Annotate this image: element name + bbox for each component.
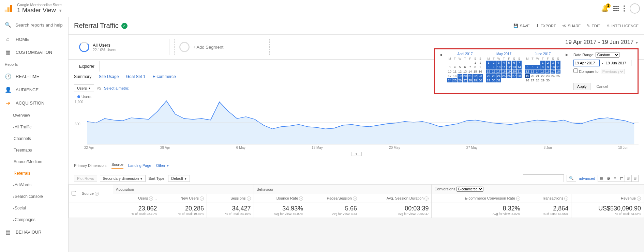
metric-selector[interactable]: Users ▼	[74, 84, 94, 92]
sort-type-select[interactable]: Default ▼	[168, 175, 190, 182]
col-new-users[interactable]: New Users?	[160, 194, 207, 203]
view-selector[interactable]: 1 Master View ▼	[17, 7, 601, 14]
account-name: Google Merchandise Store	[17, 3, 601, 7]
dim-source[interactable]: Source	[111, 162, 123, 169]
nav-channels[interactable]: Channels	[0, 133, 68, 144]
vs-label: VS	[97, 86, 101, 90]
pencil-icon: ✎	[587, 23, 590, 28]
line-chart[interactable]	[74, 100, 639, 144]
col-rev[interactable]: Revenue?	[571, 194, 644, 203]
svg-rect-0	[10, 5, 12, 12]
chevron-down-icon: ▼	[635, 41, 639, 45]
col-users[interactable]: Users? ↓	[113, 194, 160, 203]
calendar-month-label: May 2017	[486, 52, 522, 56]
view-cloud-icon[interactable]: ⊟	[631, 175, 639, 182]
edit-button[interactable]: ✎EDIT	[587, 23, 600, 28]
col-pps[interactable]: Pages/Session?	[306, 194, 360, 203]
tab-explorer[interactable]: Explorer	[74, 61, 100, 72]
share-icon: ≪	[562, 23, 566, 28]
nav-customisation[interactable]: ▦CUSTOMISATION	[0, 46, 68, 59]
date-range-display[interactable]: 19 Apr 2017 - 19 Jun 2017 ▼	[565, 39, 639, 46]
apps-icon[interactable]	[613, 6, 619, 11]
apply-button[interactable]: Apply	[573, 83, 590, 90]
intelligence-icon: ⚛	[606, 23, 610, 28]
date-range-panel: ◀ April 2017MTWTFSS123456789101112131415…	[434, 48, 639, 94]
date-range-type[interactable]: Custom	[596, 52, 619, 58]
nav-behaviour[interactable]: ▤BEHAVIOUR	[0, 225, 68, 239]
export-icon: ⬇	[536, 23, 539, 28]
date-to-input[interactable]	[605, 60, 631, 66]
nav-overview[interactable]: Overview	[0, 110, 68, 121]
subtab-summary[interactable]: Summary	[74, 74, 91, 79]
chevron-down-icon: ▼	[59, 9, 62, 13]
advanced-link[interactable]: advanced	[579, 176, 595, 180]
totals-row: 23,862% of Total: 22.10% 20,286% of Tota…	[69, 203, 644, 218]
behaviour-icon: ▤	[5, 229, 11, 235]
nav-source-medium[interactable]: Source/Medium	[0, 156, 68, 168]
secondary-dimension-select[interactable]: Secondary dimension ▼	[100, 175, 146, 182]
nav-campaigns[interactable]: ▸Campaigns	[0, 214, 68, 225]
dim-landing-page[interactable]: Landing Page	[128, 163, 151, 168]
save-button[interactable]: 💾SAVE	[513, 23, 530, 28]
help-icon[interactable]: ?	[95, 192, 99, 196]
col-trans[interactable]: Transactions?	[523, 194, 571, 203]
col-asd[interactable]: Avg. Session Duration?	[360, 194, 431, 203]
subtab-site-usage[interactable]: Site Usage	[99, 74, 119, 79]
notifications-icon[interactable]: 🔔1	[601, 5, 609, 12]
cancel-button[interactable]: Cancel	[593, 83, 612, 90]
reports-header: Reports	[0, 59, 68, 70]
date-from-input[interactable]	[573, 60, 600, 66]
view-percentage-icon[interactable]: ◕	[605, 175, 612, 182]
table-search-input[interactable]	[523, 174, 564, 182]
view-comparison-icon[interactable]: ⇄	[618, 175, 625, 182]
nav-realtime[interactable]: 🕐REAL-TIME	[0, 70, 68, 83]
conversions-select[interactable]: E-commerce	[456, 187, 483, 192]
select-metric-link[interactable]: Select a metric	[104, 86, 129, 90]
view-table-icon[interactable]: ▦	[598, 175, 605, 182]
calendar-month-label: April 2017	[447, 52, 483, 56]
nav-audience[interactable]: 👤AUDIENCE	[0, 83, 68, 96]
nav-adwords[interactable]: ▸AdWords	[0, 179, 68, 191]
col-bounce[interactable]: Bounce Rate?	[254, 194, 306, 203]
calendar-may[interactable]: MTWTFSS123456789101112131415161718192021…	[486, 57, 522, 82]
view-performance-icon[interactable]: ≡	[612, 175, 618, 182]
calendar-next-button[interactable]: ▶	[564, 52, 570, 57]
nav-social[interactable]: ▸Social	[0, 202, 68, 214]
intelligence-button[interactable]: ⚛INTELLIGENCE	[606, 23, 639, 28]
nav-all-traffic[interactable]: ▾All Traffic	[0, 121, 68, 133]
add-segment-button[interactable]: + Add Segment	[174, 39, 270, 55]
table-search-button[interactable]: 🔍	[567, 175, 576, 182]
subtab-ecommerce[interactable]: E-commerce	[153, 74, 176, 79]
chevron-down-icon: ▼	[184, 177, 187, 180]
segment-circle-icon	[79, 42, 89, 52]
search-input[interactable]	[15, 22, 63, 28]
chart-expand-handle[interactable]: ▾	[351, 152, 362, 156]
chevron-down-icon: ▼	[166, 164, 169, 168]
select-all-checkbox[interactable]	[72, 191, 76, 195]
segment-circle-empty-icon	[179, 42, 190, 52]
segment-all-users[interactable]: All Users 22.10% Users	[74, 39, 169, 55]
col-ecr[interactable]: E-commerce Conversion Rate?	[432, 194, 523, 203]
calendar-april[interactable]: MTWTFSS123456789101112131415161718192021…	[447, 57, 483, 82]
ga-logo-icon	[4, 4, 14, 13]
avatar[interactable]	[630, 3, 640, 14]
share-button[interactable]: ≪SHARE	[562, 23, 581, 28]
svg-rect-2	[5, 10, 7, 12]
plot-rows-button: Plot Rows	[74, 175, 97, 182]
compare-checkbox[interactable]	[573, 68, 578, 73]
nav-treemaps[interactable]: Treemaps	[0, 144, 68, 156]
dim-other[interactable]: Other ▼	[156, 163, 169, 168]
calendar-june[interactable]: MTWTFSS123456789101112131415161718192021…	[525, 57, 560, 82]
col-sessions[interactable]: Sessions?	[207, 194, 254, 203]
col-source[interactable]: Source	[82, 191, 94, 195]
nav-home[interactable]: ⌂HOME	[0, 33, 68, 46]
nav-search-console[interactable]: ▸Search console	[0, 191, 68, 202]
nav-acquisition[interactable]: ➜ACQUISITION	[0, 96, 68, 110]
calendar-prev-button[interactable]: ◀	[438, 52, 444, 57]
y-tick: 1,200	[75, 100, 83, 104]
more-icon[interactable]	[624, 5, 625, 12]
view-pivot-icon[interactable]: ⊞	[625, 175, 632, 182]
export-button[interactable]: ⬇EXPORT	[536, 23, 556, 28]
subtab-goal1[interactable]: Goal Set 1	[126, 74, 146, 79]
nav-referrals[interactable]: Referrals	[0, 168, 68, 179]
